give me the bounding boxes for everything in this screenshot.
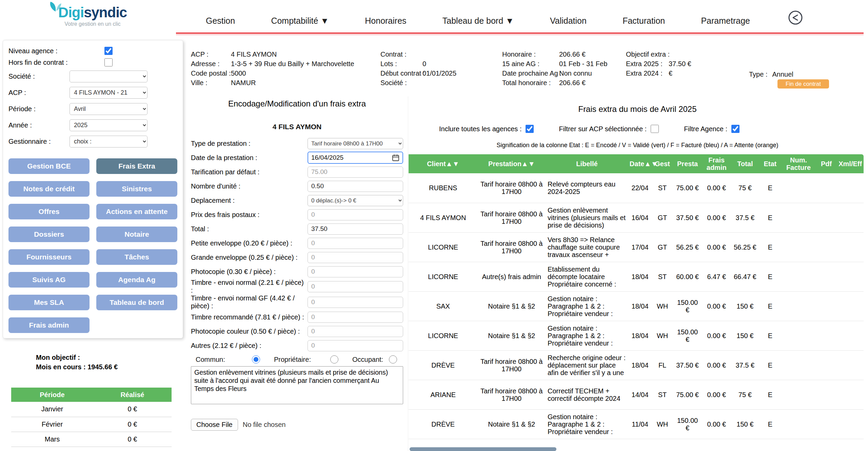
sidebar-nav-button[interactable]: Actions en attente: [96, 204, 177, 219]
nav-item[interactable]: Validation: [550, 16, 587, 26]
cell-etat: E: [759, 380, 781, 409]
calendar-icon[interactable]: [392, 154, 399, 161]
period-value: 0 €: [93, 402, 172, 417]
deplacement-select[interactable]: 0 déplac.(s)-> 0 €: [308, 195, 403, 206]
target-radio[interactable]: [252, 355, 260, 364]
gestionnaire-select[interactable]: choix :: [70, 136, 147, 148]
nav-item[interactable]: Facturation: [623, 16, 665, 26]
target-radio[interactable]: [330, 355, 338, 364]
nav-item[interactable]: Honoraires: [365, 16, 406, 26]
extras-filter-checkbox[interactable]: [651, 125, 659, 133]
column-header[interactable]: Presta: [673, 154, 702, 173]
extras-filter-checkbox[interactable]: [731, 125, 739, 133]
timbre-normal-gf-input[interactable]: [308, 297, 403, 308]
cell-num-facture: [781, 262, 816, 291]
cell-client: LICORNE: [409, 232, 478, 262]
hors-fin-contrat-checkbox[interactable]: [104, 58, 113, 66]
column-header[interactable]: Num. Facture: [781, 154, 816, 173]
sidebar-nav-button[interactable]: Tâches: [96, 249, 177, 265]
logo[interactable]: Digisyndic Votre gestion en un clic: [50, 5, 135, 27]
photocopie-couleur-input[interactable]: [308, 326, 403, 337]
sidebar-nav-button[interactable]: Frais admin: [8, 317, 90, 333]
timbre-normal-input[interactable]: [308, 281, 403, 292]
sidebar-nav-button[interactable]: Sinistres: [96, 181, 177, 197]
extras-filter: Filtre Agence :: [684, 125, 739, 133]
extras-filter-label: Filtre Agence :: [684, 125, 727, 133]
extras-filter-checkbox[interactable]: [526, 125, 534, 133]
column-header[interactable]: Date▲▼: [628, 154, 652, 173]
filter-hors-fin-contrat: Hors fin de contrat :: [8, 57, 177, 68]
cell-libelle: Correctif TECHEM + correctif décompte 20…: [546, 380, 628, 409]
extras-row[interactable]: 4 FILS AYMON Tarif horaire 08h00 à 17H00…: [409, 203, 864, 232]
column-header[interactable]: Pdf: [816, 154, 837, 173]
cell-pdf: [816, 203, 837, 232]
acp-select[interactable]: 4 FILS AYMON - 21: [70, 87, 147, 99]
extras-row[interactable]: DRÈVE Tarif horaire 08h00 à 17H00 Recher…: [409, 350, 864, 380]
extras-row[interactable]: SAX Notaire §1 & §2 Gestion notaire : Pa…: [409, 291, 864, 321]
petite-enveloppe-input[interactable]: [308, 238, 403, 249]
column-header[interactable]: Xml/Eff: [837, 154, 864, 173]
photocopie-input[interactable]: [308, 266, 403, 277]
logo-text: Digisyndic: [58, 4, 127, 20]
sidebar-nav-button[interactable]: Notes de crédit: [8, 181, 90, 197]
periode-select[interactable]: Avril: [70, 103, 147, 115]
nav-item[interactable]: Gestion: [206, 16, 235, 26]
sidebar-nav-button[interactable]: Tableau de bord: [96, 295, 177, 310]
timbre-recommande-input[interactable]: [308, 312, 403, 323]
fin-de-contrat-button[interactable]: Fin de contrat: [777, 79, 829, 89]
nav-item[interactable]: Comptabilité ▼: [271, 16, 329, 26]
column-header[interactable]: Libellé: [546, 154, 628, 173]
info-label: 15 aine AG :: [502, 59, 559, 68]
column-header[interactable]: Prestation▲▼: [478, 154, 546, 173]
sidebar-nav-button[interactable]: Offres: [8, 204, 90, 219]
column-header[interactable]: Gest: [652, 154, 673, 173]
annee-select[interactable]: 2025: [70, 119, 147, 131]
nav-item[interactable]: Parametrage: [701, 16, 750, 26]
tarification-input[interactable]: [308, 166, 403, 178]
extras-row[interactable]: LICORNE Notaire §1 & §2 Gestion notaire …: [409, 321, 864, 350]
return-icon[interactable]: [787, 9, 804, 26]
horizontal-scrollbar-thumb[interactable]: [410, 447, 556, 451]
cell-libelle: Vers 8h30 => Relance chauffage suite cou…: [546, 232, 628, 262]
grande-enveloppe-input[interactable]: [308, 252, 403, 263]
objective-title: Mon objectif :: [36, 353, 118, 362]
column-header[interactable]: Total: [731, 154, 759, 173]
sidebar-nav-button[interactable]: Gestion BCE: [8, 158, 90, 174]
info-row: Adresse :1-3-5 + 39 Rue du Bailly + Marc…: [191, 59, 354, 68]
total-input[interactable]: [308, 223, 403, 235]
type-prestation-select[interactable]: Tarif horaire 08h00 à 17H00: [308, 138, 403, 149]
column-header[interactable]: Etat: [759, 154, 781, 173]
sidebar-nav-button[interactable]: Dossiers: [8, 227, 90, 242]
nombre-unite-input[interactable]: [308, 181, 403, 192]
extras-row[interactable]: ARIANE Tarif horaire 08h00 à 17H00 Corre…: [409, 380, 864, 409]
sidebar-nav-button[interactable]: Frais Extra: [96, 158, 177, 174]
sidebar-nav-button[interactable]: Notaire: [96, 227, 177, 242]
cell-presta: 37.50 €: [673, 350, 702, 380]
cell-num-facture: [781, 203, 816, 232]
cell-prestation: Tarif horaire 08h00 à 17H00: [478, 203, 546, 232]
info-row: Total honoraire :206.66 €: [502, 78, 607, 87]
date-prestation-input[interactable]: 16/04/2025: [308, 152, 403, 164]
sidebar-nav-button[interactable]: Agenda Ag: [96, 272, 177, 288]
autres-input[interactable]: [308, 340, 403, 351]
column-header[interactable]: Client▲▼: [409, 154, 478, 173]
extras-row[interactable]: LICORNE Autre(s) frais admin Etablisseme…: [409, 262, 864, 291]
societe-select[interactable]: [70, 71, 147, 82]
niveau-agence-checkbox[interactable]: [104, 47, 113, 55]
nav-item[interactable]: Tableau de bord ▼: [442, 16, 514, 26]
sidebar-nav-button[interactable]: Mes SLA: [8, 295, 90, 310]
acp-label: ACP :: [8, 89, 70, 97]
frais-postaux-input[interactable]: [308, 209, 403, 220]
sidebar-nav-button[interactable]: Fournisseurs: [8, 249, 90, 265]
column-header[interactable]: Frais admin: [702, 154, 731, 173]
choose-file-button[interactable]: Choose File: [191, 419, 238, 431]
photocopie-label: Photocopie (0.30 € / pièce) :: [191, 268, 308, 276]
extras-row[interactable]: RUBENS Tarif horaire 08h00 à 17H00 Relev…: [409, 173, 864, 203]
cell-client: DRÈVE: [409, 409, 478, 439]
extras-row[interactable]: LICORNE Tarif horaire 08h00 à 17H00 Vers…: [409, 232, 864, 262]
sidebar-nav-button[interactable]: Suivis AG: [8, 272, 90, 288]
description-textarea[interactable]: Gestion enlèvement vitrines (plusieurs m…: [191, 366, 403, 404]
cell-gest: FL: [652, 350, 673, 380]
extras-row[interactable]: DRÈVE Notaire §1 & §2 Gestion notaire : …: [409, 409, 864, 439]
target-radio[interactable]: [389, 355, 397, 364]
